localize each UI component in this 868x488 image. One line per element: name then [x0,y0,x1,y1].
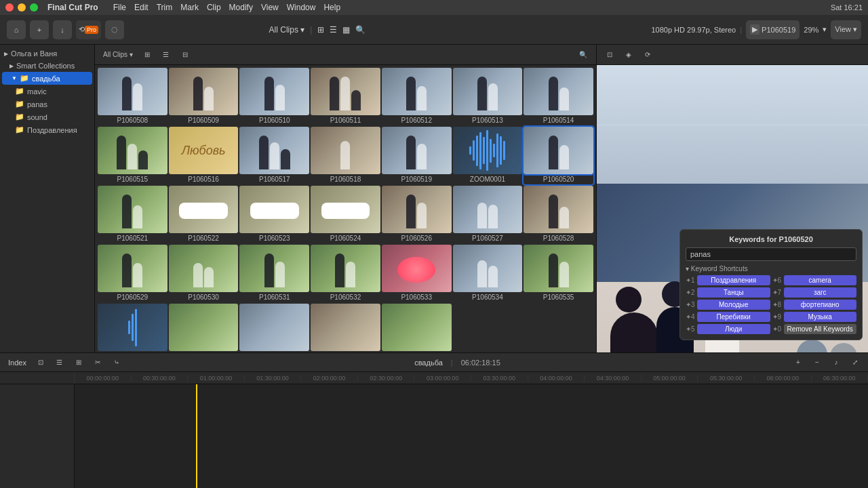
sidebar-item-mavic[interactable]: 📁 mavic [0,85,94,98]
clip-item[interactable] [98,304,167,354]
menu-view[interactable]: View [261,3,279,12]
fullscreen-button[interactable] [30,3,38,12]
menu-modify[interactable]: Modify [229,3,253,12]
timeline-expand-btn[interactable]: ⤢ [848,355,863,370]
clip-item[interactable]: P1060510 [239,68,309,125]
range-btn[interactable]: ⤷ [109,355,124,370]
filmstrip-btn[interactable]: ⊟ [178,47,193,62]
grid-view-btn[interactable]: ⊞ [317,25,324,35]
zoom-in-btn[interactable]: + [791,355,806,370]
sidebar-item-svadba[interactable]: ▼ 📁 свадьба [2,72,92,85]
clip-item[interactable]: P1060508 [98,68,167,125]
new-button[interactable]: + [30,20,49,39]
clip-item[interactable]: P1060532 [311,245,380,302]
preview-tool2[interactable]: ◈ [621,47,636,62]
preview-tool1[interactable]: ⊡ [602,47,617,62]
menu-window[interactable]: Window [287,3,316,12]
clips-filter[interactable]: All Clips ▾ [269,25,305,35]
preview-tool3[interactable]: ⟳ [640,47,655,62]
filter-btn[interactable]: All Clips ▾ [100,47,136,62]
shortcut-tag[interactable]: Молодые [697,300,770,310]
search-btn[interactable]: 🔍 [576,47,591,62]
index-btn[interactable]: Index [5,355,29,370]
list-view-btn[interactable]: ☰ [330,25,337,35]
clip-item[interactable]: P1060509 [169,68,239,125]
blade-btn[interactable]: ✂ [90,355,105,370]
timeline-settings-btn[interactable]: ⊞ [71,355,86,370]
clip-item[interactable] [239,304,309,354]
clip-item[interactable]: P1060533 [382,245,452,302]
audio-btn[interactable]: ♪ [829,355,844,370]
clip-item[interactable]: P1060527 [453,186,523,243]
list-btn[interactable]: ☰ [159,47,174,62]
clip-item[interactable]: P1060535 [524,245,593,302]
shortcut-tag[interactable]: Музыка [784,312,857,322]
shortcut-tag[interactable]: Перебивки [697,312,770,322]
menu-help[interactable]: Help [323,3,340,12]
clip-item[interactable]: P1060512 [382,68,452,125]
shortcut-tag[interactable]: Люди [697,324,770,334]
clip-item[interactable]: P1060518 [311,127,380,184]
undo-button[interactable]: ⟲ Pro [76,20,101,39]
redo-button[interactable]: ◌ [105,20,124,39]
clip-item[interactable] [311,304,380,354]
menu-clip[interactable]: Clip [207,3,221,12]
zoom-controls[interactable]: ▾ [823,25,827,34]
search-icon[interactable]: 🔍 [355,25,366,35]
timeline-content-inner[interactable] [75,384,868,488]
keywords-input[interactable] [686,247,856,261]
clip-icon: ▶ [750,24,760,35]
clip-item[interactable]: P1060528 [524,186,593,243]
view-options[interactable]: View ▾ [831,20,861,39]
shortcut-tag[interactable]: Поздравления [697,275,770,285]
sidebar-root[interactable]: ▶ Ольга и Ваня [0,47,94,60]
shortcut-tag[interactable]: Танцы [697,287,770,298]
clip-item[interactable]: P1060529 [98,245,167,302]
shortcut-tag[interactable]: фортепиано [784,300,857,310]
menu-edit[interactable]: Edit [134,3,149,12]
roles-btn[interactable]: ☰ [52,355,67,370]
menu-file[interactable]: File [113,3,126,12]
clip-item[interactable]: P1060515 [98,127,167,184]
clip-item[interactable]: P1060517 [239,127,309,184]
clip-thumb-btn[interactable]: ⊡ [33,355,48,370]
menu-trim[interactable]: Trim [157,3,173,12]
remove-keywords-btn[interactable]: Remove All Keywords [784,324,857,334]
clip-item-selected[interactable]: P1060520 [524,127,593,184]
clip-item[interactable]: P1060531 [239,245,309,302]
time-marker: 06:00:00:00 [755,375,812,382]
clip-item[interactable] [382,304,452,354]
clip-item[interactable]: Любовь P1060516 [169,127,239,184]
zoom-out-btn[interactable]: − [810,355,825,370]
sidebar-item-smart-collections[interactable]: ▶ Smart Collections [0,60,94,72]
clip-item[interactable]: P1060511 [311,68,380,125]
sidebar-item-sound[interactable]: 📁 sound [0,110,94,123]
clip-item[interactable]: P1060530 [169,245,239,302]
clip-item[interactable]: P1060524 [311,186,380,243]
clip-item[interactable]: P1060519 [382,127,452,184]
clip-item[interactable]: P1060534 [453,245,523,302]
clip-item[interactable]: P1060523 [239,186,309,243]
clip-item[interactable]: ZOOM0001 [453,127,523,184]
clip-item[interactable]: P1060514 [524,68,593,125]
clip-item[interactable]: P1060521 [98,186,167,243]
close-button[interactable] [5,3,14,12]
import-button[interactable]: ↓ [53,20,72,39]
menu-mark[interactable]: Mark [180,3,199,12]
clip-name-btn[interactable]: ▶ P1060519 [746,20,800,39]
clip-item[interactable]: P1060522 [169,186,239,243]
clip-item[interactable]: P1060513 [453,68,523,125]
minimize-button[interactable] [18,3,26,12]
filmstrip-view-btn[interactable]: ▦ [342,25,350,35]
shortcut-tag[interactable]: загс [784,287,857,298]
sidebar-item-panas[interactable]: 📁 panas [0,98,94,110]
library-button[interactable]: ⌂ [7,20,26,39]
clip-item[interactable]: P1060526 [382,186,452,243]
keyword-shortcuts-header[interactable]: ▾ Keyword Shortcuts [686,265,856,272]
clip-label: P1060516 [169,174,239,184]
clip-item[interactable] [169,304,239,354]
clip-thumbnail [453,68,523,115]
shortcut-tag[interactable]: camera [784,275,857,285]
grid-btn[interactable]: ⊞ [140,47,155,62]
sidebar-item-congratulations[interactable]: 📁 Поздравления [0,123,94,136]
